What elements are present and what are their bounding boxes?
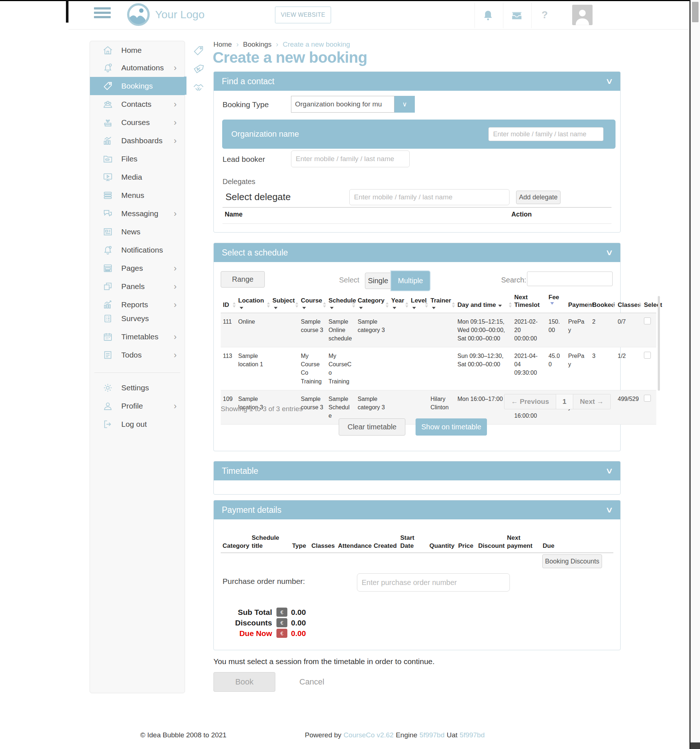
sidebar-item-timetables[interactable]: Timetables › xyxy=(90,328,185,346)
col-classes[interactable]: Classes xyxy=(616,292,642,313)
organization-name-input[interactable] xyxy=(488,127,604,141)
search-input[interactable] xyxy=(527,272,613,286)
collapse-chevron-icon[interactable]: ∨ xyxy=(605,505,614,515)
sort-icon[interactable] xyxy=(509,302,512,307)
sidebar-item-automations[interactable]: Automations › xyxy=(90,59,185,77)
help-icon[interactable]: ? xyxy=(541,9,548,21)
bell-icon[interactable] xyxy=(482,9,494,22)
sidebar-item-media[interactable]: Media xyxy=(90,168,185,186)
avatar[interactable] xyxy=(572,5,593,25)
col-fee[interactable]: Fee xyxy=(546,292,566,313)
sidebar-item-surveys[interactable]: Surveys xyxy=(90,309,185,328)
col-category[interactable]: Category xyxy=(355,292,389,313)
lead-booker-input[interactable] xyxy=(291,151,410,167)
breadcrumb-home[interactable]: Home xyxy=(214,40,232,49)
col-schedule[interactable]: Schedule xyxy=(326,292,355,313)
sort-icon[interactable] xyxy=(352,302,355,307)
hamburger-icon[interactable] xyxy=(94,7,111,22)
breadcrumb-bookings[interactable]: Bookings xyxy=(243,40,271,49)
engine-link[interactable]: 5f997bd xyxy=(419,731,445,739)
handshake-icon[interactable] xyxy=(192,81,205,93)
booking-discounts-button[interactable]: Booking Discounts xyxy=(542,554,602,568)
table-scrollbar[interactable] xyxy=(658,296,660,391)
sort-icon[interactable] xyxy=(267,302,270,307)
filter-caret-icon[interactable] xyxy=(302,307,306,309)
page-scrollbar-track[interactable] xyxy=(691,0,700,749)
col-level[interactable]: Level xyxy=(409,292,428,313)
select-checkbox[interactable] xyxy=(644,318,651,324)
filter-caret-icon[interactable] xyxy=(393,307,396,309)
sidebar-item-news[interactable]: News xyxy=(90,223,185,241)
filter-caret-icon[interactable] xyxy=(330,307,334,309)
sidebar-item-bookings[interactable]: Bookings xyxy=(90,77,185,95)
page-scrollbar-thumb[interactable] xyxy=(692,2,698,22)
sidebar-item-courses[interactable]: Courses › xyxy=(90,113,185,131)
range-button[interactable]: Range xyxy=(221,271,265,287)
logo[interactable]: Your Logo xyxy=(127,3,205,26)
col-payment[interactable]: Payment xyxy=(566,292,590,313)
uat-link[interactable]: 5f997bd xyxy=(460,731,485,739)
sidebar-item-settings[interactable]: Settings xyxy=(90,379,185,397)
col-trainer[interactable]: Trainer xyxy=(428,292,455,313)
sort-icon[interactable] xyxy=(386,302,389,307)
collapse-chevron-icon[interactable]: ∨ xyxy=(605,76,614,86)
filter-caret-icon[interactable] xyxy=(274,307,278,309)
filter-caret-icon[interactable] xyxy=(239,307,243,309)
sort-icon[interactable] xyxy=(406,302,408,307)
discount-tag-icon[interactable] xyxy=(192,63,205,75)
filter-caret-icon[interactable] xyxy=(359,307,363,309)
sort-icon[interactable] xyxy=(639,302,641,307)
delegate-search-input[interactable] xyxy=(349,189,509,205)
inbox-icon[interactable] xyxy=(510,9,523,22)
sort-icon[interactable] xyxy=(323,302,326,307)
col-year[interactable]: Year xyxy=(389,292,409,313)
book-button[interactable]: Book xyxy=(214,672,275,692)
sort-icon[interactable] xyxy=(612,302,615,307)
sidebar-item-contacts[interactable]: Contacts › xyxy=(90,95,185,113)
collapse-chevron-icon[interactable]: ∨ xyxy=(605,248,614,257)
sidebar-item-logout[interactable]: Log out xyxy=(90,415,185,433)
multiple-toggle-button[interactable]: Multiple xyxy=(391,271,430,290)
filter-caret-icon[interactable] xyxy=(412,307,416,309)
sidebar-item-dashboards[interactable]: Dashboards › xyxy=(90,131,185,150)
single-toggle-button[interactable]: Single xyxy=(365,273,391,289)
sort-icon[interactable] xyxy=(452,302,455,307)
previous-page-button[interactable]: ← Previous xyxy=(505,394,556,409)
col-id[interactable]: ID xyxy=(221,292,236,313)
cancel-link[interactable]: Cancel xyxy=(299,677,324,687)
sidebar-item-messaging[interactable]: Messaging › xyxy=(90,205,185,223)
page-number[interactable]: 1 xyxy=(556,394,573,409)
col-booked[interactable]: Booked xyxy=(590,292,616,313)
sidebar-item-todos[interactable]: Todos › xyxy=(90,346,185,364)
booking-type-select[interactable]: Organization booking for mu ∨ xyxy=(291,96,415,113)
sort-icon[interactable] xyxy=(295,302,298,307)
select-checkbox[interactable] xyxy=(644,395,651,402)
clear-timetable-button[interactable]: Clear timetable xyxy=(339,419,406,436)
sidebar-item-menus[interactable]: Menus xyxy=(90,186,185,205)
filter-caret-icon[interactable] xyxy=(432,307,436,309)
col-course[interactable]: Course xyxy=(299,292,326,313)
sidebar-item-files[interactable]: Files xyxy=(90,150,185,168)
view-website-button[interactable]: VIEW WEBSITE xyxy=(275,6,331,23)
collapse-chevron-icon[interactable]: ∨ xyxy=(605,466,614,475)
sidebar-item-home[interactable]: Home xyxy=(90,41,185,60)
sort-icon[interactable] xyxy=(425,302,428,307)
col-day-time[interactable]: Day and time xyxy=(455,292,512,313)
sidebar-item-panels[interactable]: Panels › xyxy=(90,277,185,296)
sort-icon[interactable] xyxy=(587,302,590,307)
col-next-timeslot[interactable]: Next Timeslot xyxy=(512,292,546,313)
filter-caret-icon[interactable] xyxy=(498,305,502,307)
show-on-timetable-button[interactable]: Show on timetable xyxy=(416,419,487,436)
sidebar-item-pages[interactable]: Pages › xyxy=(90,259,185,277)
sort-icon[interactable] xyxy=(233,302,236,307)
col-subject[interactable]: Subject xyxy=(270,292,299,313)
select-checkbox[interactable] xyxy=(644,352,651,359)
tag-icon[interactable] xyxy=(192,44,205,57)
sidebar-item-notifications[interactable]: Notifications xyxy=(90,241,185,259)
add-delegate-button[interactable]: Add delegate xyxy=(516,191,561,204)
courseco-link[interactable]: CourseCo v2.62 xyxy=(343,731,393,739)
sidebar-item-profile[interactable]: Profile › xyxy=(90,397,185,415)
purchase-order-input[interactable] xyxy=(357,573,510,592)
next-page-button[interactable]: Next → xyxy=(573,394,610,409)
col-location[interactable]: Location xyxy=(236,292,270,313)
